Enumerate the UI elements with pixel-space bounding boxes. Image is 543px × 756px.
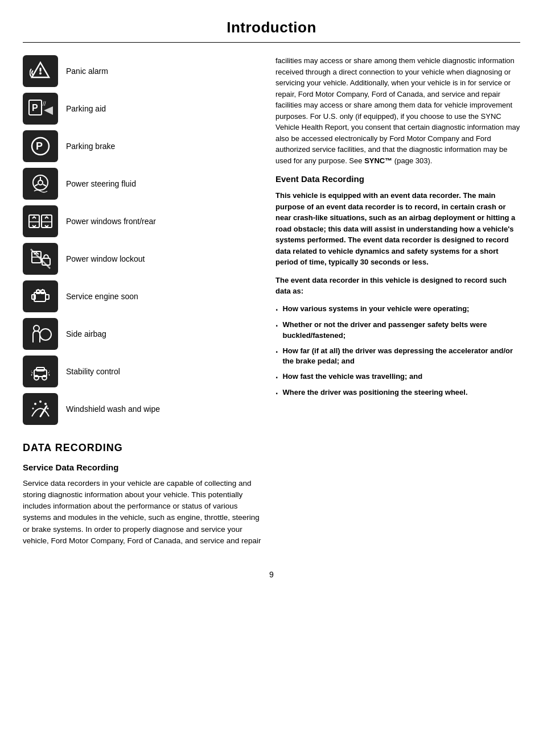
bullet-text: How fast the vehicle was travelling; and — [282, 371, 422, 382]
stability-svg — [28, 361, 52, 382]
windshield-svg — [28, 398, 52, 420]
list-item: Power steering fluid — [23, 168, 262, 200]
svg-rect-24 — [46, 295, 49, 299]
parking-aid-svg: P // — [28, 98, 53, 119]
list-item: Panic alarm — [23, 55, 262, 87]
svg-rect-2 — [40, 68, 42, 72]
power-windows-label: Power windows front/rear — [66, 216, 156, 228]
data-recording-section: DATA RECORDING Service Data Recording Se… — [23, 441, 262, 547]
bullet-dot: · — [275, 304, 278, 315]
service-engine-soon-label: Service engine soon — [66, 291, 138, 303]
list-item: P // Parking aid — [23, 93, 262, 125]
main-content: Panic alarm P // Parking aid P Parking — [23, 55, 520, 552]
right-column: facilities may access or share among the… — [275, 55, 520, 552]
power-windows-svg — [28, 210, 53, 232]
side-airbag-icon — [23, 318, 58, 350]
windshield-wash-wipe-label: Windshield wash and wipe — [66, 404, 160, 415]
page-number: 9 — [23, 569, 520, 581]
side-airbag-label: Side airbag — [66, 329, 106, 340]
bullet-item: · Where the driver was positioning the s… — [275, 387, 520, 399]
parking-brake-icon: P — [23, 130, 58, 162]
list-item: Power windows front/rear — [23, 205, 262, 237]
svg-marker-6 — [44, 106, 53, 115]
continued-text-span: facilities may access or share among the… — [275, 56, 520, 165]
power-steering-svg — [30, 173, 51, 195]
svg-text://: // — [43, 101, 46, 107]
panic-alarm-label: Panic alarm — [66, 66, 108, 77]
bullet-dot: · — [275, 372, 278, 383]
power-window-lockout-label: Power window lockout — [66, 254, 145, 265]
sync-bold-text: SYNC™ — [364, 156, 392, 165]
svg-point-39 — [44, 403, 47, 405]
bullet-item: · How far (if at all) the driver was dep… — [275, 346, 520, 367]
list-item: Power window lockout — [23, 243, 262, 275]
service-data-header: Service Data Recording — [23, 461, 262, 473]
service-engine-soon-icon — [23, 280, 58, 312]
event-data-bold: This vehicle is equipped with an event d… — [275, 190, 520, 268]
parking-brake-svg: P — [30, 135, 51, 157]
bullet-text: How far (if at all) the driver was depre… — [282, 346, 520, 367]
svg-point-38 — [39, 400, 42, 403]
svg-point-29 — [34, 325, 39, 331]
panic-alarm-svg — [30, 60, 51, 82]
bullet-list: · How various systems in your vehicle we… — [275, 304, 520, 399]
bullet-item: · Whether or not the driver and passenge… — [275, 320, 520, 341]
list-item: P Parking brake — [23, 130, 262, 162]
svg-text:P: P — [32, 103, 38, 113]
panic-alarm-icon — [23, 55, 58, 87]
svg-point-30 — [40, 329, 51, 340]
pw-lockout-svg — [30, 248, 51, 270]
parking-brake-label: Parking brake — [66, 141, 115, 152]
side-airbag-svg — [28, 323, 52, 345]
event-data-header: Event Data Recording — [275, 173, 520, 185]
bullet-text: Whether or not the driver and passenger … — [282, 320, 520, 341]
bullet-dot: · — [275, 346, 278, 357]
bullet-dot: · — [275, 388, 278, 399]
svg-line-12 — [35, 184, 38, 186]
bullet-text: How various systems in your vehicle were… — [282, 304, 469, 315]
parking-aid-icon: P // — [23, 93, 58, 125]
service-engine-svg — [28, 286, 52, 307]
stability-control-label: Stability control — [66, 366, 120, 378]
stability-control-icon — [23, 356, 58, 387]
bullet-text: Where the driver was positioning the ste… — [282, 387, 467, 398]
svg-point-41 — [47, 408, 49, 410]
service-data-body: Service data recorders in your vehicle a… — [23, 478, 262, 547]
svg-point-10 — [38, 180, 43, 185]
windshield-wash-wipe-icon — [23, 393, 58, 425]
svg-text:P: P — [36, 141, 43, 152]
list-item: Side airbag — [23, 318, 262, 350]
bullet-item: · How fast the vehicle was travelling; a… — [275, 371, 520, 383]
power-steering-label: Power steering fluid — [66, 179, 136, 190]
list-item: Windshield wash and wipe — [23, 393, 262, 425]
parking-aid-label: Parking aid — [66, 104, 106, 115]
power-windows-icon — [23, 205, 58, 237]
power-window-lockout-icon — [23, 243, 58, 275]
data-recording-header: DATA RECORDING — [23, 441, 262, 455]
svg-point-1 — [39, 72, 42, 75]
bullet-item: · How various systems in your vehicle we… — [275, 304, 520, 315]
svg-line-13 — [43, 184, 47, 186]
power-steering-fluid-icon — [23, 168, 58, 200]
svg-point-40 — [32, 408, 34, 410]
page-title: Introduction — [23, 17, 520, 38]
continued-text: facilities may access or share among the… — [275, 55, 520, 166]
left-column: Panic alarm P // Parking aid P Parking — [23, 55, 262, 552]
list-item: Stability control — [23, 356, 262, 387]
designed-to-record: The event data recorder in this vehicle … — [275, 275, 520, 297]
list-item: Service engine soon — [23, 280, 262, 312]
title-divider — [23, 42, 520, 43]
svg-point-37 — [34, 403, 36, 405]
sync-ref: (page 303). — [392, 156, 432, 165]
bullet-dot: · — [275, 320, 278, 331]
